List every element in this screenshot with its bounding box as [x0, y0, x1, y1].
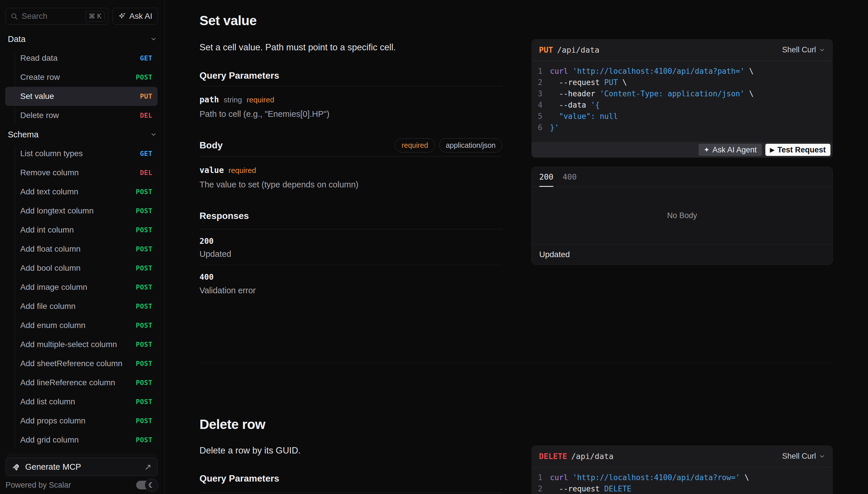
sidebar-item-add-bool-column[interactable]: Add bool columnPOST [5, 259, 158, 278]
code-text: curl 'http://localhost:4100/api/data?row… [550, 472, 749, 483]
sidebar-item-add-props-column[interactable]: Add props columnPOST [5, 411, 158, 430]
sidebar-item-label: Add image column [20, 283, 87, 292]
sidebar-item-label: Add int column [20, 225, 74, 234]
query-parameters-heading: Query Parameters [199, 70, 279, 81]
sidebar-item-add-image-column[interactable]: Add image columnPOST [5, 278, 158, 297]
sidebar-item-delete-row[interactable]: Delete rowDEL [5, 106, 158, 125]
ask-ai-button[interactable]: Ask AI [113, 8, 158, 24]
language-label: Shell Curl [782, 452, 816, 461]
sidebar-item-create-row[interactable]: Create rowPOST [5, 68, 158, 87]
ask-ai-agent-label: Ask AI Agent [712, 146, 757, 154]
method-badge-post: POST [136, 264, 152, 272]
generate-mcp-button[interactable]: Generate MCP ↗ [5, 458, 158, 476]
sidebar-item-add-longtext-column[interactable]: Add longtext columnPOST [5, 201, 158, 221]
moon-icon: ☾ [145, 478, 158, 492]
code-column: PUT /api/data Shell Curl 1curl 'http://l… [532, 0, 833, 494]
response-tab-400[interactable]: 400 [563, 167, 577, 187]
sidebar-item-label: Add props column [20, 416, 85, 425]
param-name: path [199, 95, 219, 104]
response-code-200: 200 [199, 236, 214, 246]
sidebar-section-header-schema[interactable]: Schema [0, 125, 165, 144]
ask-ai-agent-button[interactable]: ✦ Ask AI Agent [698, 144, 762, 156]
method-badge-post: POST [136, 341, 152, 348]
method-badge-post: POST [136, 226, 152, 234]
sidebar-item-add-enum-column[interactable]: Add enum columnPOST [5, 316, 158, 335]
sidebar-item-add-sheetreference-column[interactable]: Add sheetReference columnPOST [5, 354, 158, 373]
divider [199, 156, 502, 156]
chevron-down-icon [819, 47, 825, 53]
sidebar-footer: Powered by Scalar ☾ [5, 478, 158, 492]
query-parameters-heading: Query Parameters [199, 473, 279, 484]
sidebar-item-label: Add grid column [20, 435, 79, 444]
badge-required: required [395, 138, 435, 152]
divider [199, 86, 502, 86]
sidebar: Search ⌘ K Ask AI DataRead dataGETCreate… [0, 0, 165, 494]
operation-title-set-value: Set value [199, 13, 257, 28]
response-description-400: Validation error [199, 286, 256, 295]
sidebar-item-add-float-column[interactable]: Add float columnPOST [5, 240, 158, 259]
code-panel-delete: DELETE /api/data Shell Curl 1curl 'http:… [532, 445, 833, 494]
sidebar-item-add-text-column[interactable]: Add text columnPOST [5, 182, 158, 201]
code-line: 1curl 'http://localhost:4100/api/data?ro… [532, 472, 833, 483]
badge-application-json: application/json [439, 138, 502, 152]
response-footer-label: Updated [532, 244, 832, 264]
code-text: --request DELETE [550, 483, 632, 494]
sidebar-section-header-data[interactable]: Data [0, 30, 165, 49]
response-description-200: Updated [199, 249, 231, 259]
search-input[interactable]: Search ⌘ K [5, 8, 109, 24]
sidebar-item-set-value[interactable]: Set valuePUT [5, 87, 158, 106]
code-panel-header: PUT /api/data Shell Curl [532, 39, 833, 61]
param-type: string [224, 95, 242, 104]
sparkle-icon [118, 12, 126, 20]
sidebar-item-add-linereference-column[interactable]: Add lineReference columnPOST [5, 373, 158, 392]
language-label: Shell Curl [782, 45, 816, 54]
endpoint-path: /api/data [571, 452, 614, 461]
method-badge-del: DEL [140, 112, 152, 119]
response-code-400: 400 [199, 272, 214, 281]
param-description: Path to cell (e.g., "Enemies[0].HP") [199, 109, 329, 119]
method-badge-post: POST [136, 360, 152, 367]
sidebar-item-remove-column[interactable]: Remove columnDEL [5, 163, 158, 182]
language-selector[interactable]: Shell Curl [782, 452, 825, 461]
code-line: 1curl 'http://localhost:4100/api/data?pa… [532, 66, 833, 77]
code-line: 5 "value": null [532, 111, 833, 122]
test-request-button[interactable]: ▶ Test Request [765, 144, 830, 156]
language-selector[interactable]: Shell Curl [782, 45, 825, 54]
method-badge-del: DEL [140, 169, 152, 176]
sidebar-item-add-int-column[interactable]: Add int columnPOST [5, 221, 158, 240]
http-method-badge: PUT [539, 45, 553, 54]
response-tab-200[interactable]: 200 [539, 167, 554, 187]
powered-by-scalar-link[interactable]: Powered by Scalar [5, 481, 71, 490]
method-badge-post: POST [136, 303, 152, 310]
sidebar-item-label: Set value [20, 92, 54, 101]
method-badge-post: POST [136, 379, 152, 386]
param-required-badge: required [228, 166, 256, 175]
sidebar-section-label: Data [8, 34, 25, 44]
mcp-logo-icon [12, 462, 21, 472]
sidebar-item-list-column-types[interactable]: List column typesGET [5, 144, 158, 163]
sidebar-item-add-list-column[interactable]: Add list columnPOST [5, 392, 158, 411]
sidebar-item-add-multiple-select-column[interactable]: Add multiple-select columnPOST [5, 335, 158, 354]
method-badge-post: POST [136, 322, 152, 329]
sidebar-item-label: Add enum column [20, 321, 85, 330]
sidebar-item-add-grid-column[interactable]: Add grid columnPOST [5, 430, 158, 450]
doc-column: Set value Set a cell value. Path must po… [199, 0, 502, 494]
chevron-down-icon [150, 36, 157, 42]
search-placeholder: Search [22, 12, 82, 21]
sidebar-item-label: Add text column [20, 187, 78, 196]
code-text: }' [550, 122, 559, 133]
sidebar-item-add-file-column[interactable]: Add file columnPOST [5, 297, 158, 316]
http-method-badge: DELETE [539, 452, 567, 461]
code-line: 2 --request PUT \ [532, 77, 833, 88]
sidebar-item-label: Create row [20, 73, 60, 82]
line-number: 2 [532, 483, 550, 494]
dark-mode-toggle[interactable]: ☾ [136, 478, 158, 492]
method-badge-put: PUT [140, 93, 152, 100]
param-description: The value to set (type depends on column… [199, 180, 359, 189]
chevron-down-icon [150, 131, 157, 138]
line-number: 1 [532, 472, 550, 483]
sidebar-item-read-data[interactable]: Read dataGET [5, 49, 158, 68]
sidebar-section-label: Schema [8, 130, 38, 139]
stacked-card-edge [7, 455, 156, 458]
line-number: 5 [532, 111, 550, 122]
